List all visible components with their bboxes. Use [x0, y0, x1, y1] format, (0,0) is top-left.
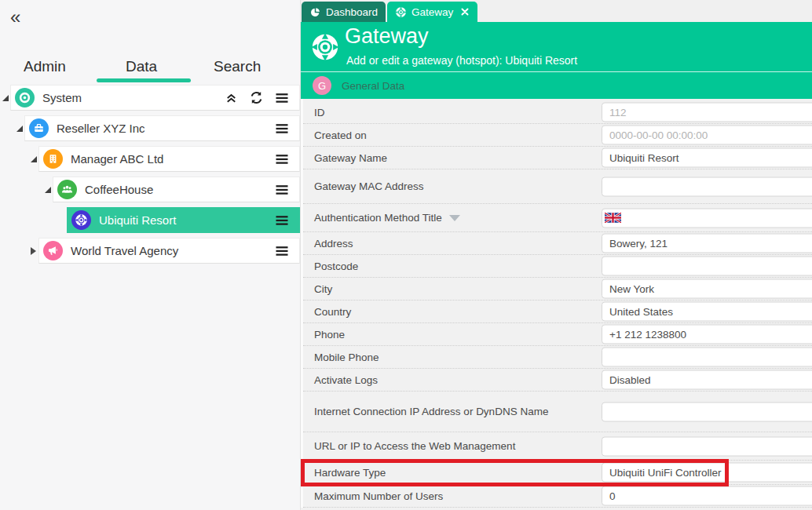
field-label: Maximum Number of Users	[314, 490, 443, 502]
form-row-gateway-name: Gateway Name	[303, 147, 812, 169]
row-menu-icon[interactable]	[274, 213, 290, 228]
page-title: Gateway	[345, 24, 429, 49]
expand-icon[interactable]	[28, 247, 38, 255]
address-input[interactable]	[602, 234, 812, 253]
created-on-input[interactable]	[602, 126, 812, 145]
tab-gateway-label: Gateway	[411, 6, 453, 18]
gateway-mac-address-input[interactable]	[602, 177, 812, 196]
field-label: Country	[314, 306, 351, 318]
field-label: Address	[314, 238, 353, 250]
tab-dashboard[interactable]: Dashboard	[302, 2, 386, 22]
life-ring-icon	[71, 210, 91, 230]
section-avatar: G	[313, 76, 331, 95]
tab-search[interactable]: Search	[214, 58, 261, 75]
building-icon	[43, 149, 63, 169]
authentication-method-title-input[interactable]	[602, 208, 812, 228]
page-header: Gateway Add or edit a gateway (hotspot):…	[301, 22, 812, 72]
tree-node-ubiquiti-resort[interactable]: Ubiquiti Resort	[67, 207, 300, 233]
close-icon[interactable]	[460, 7, 470, 16]
field-label: Activate Logs	[314, 374, 378, 386]
form-row-postcode: Postcode	[303, 255, 812, 278]
pie-chart-icon	[309, 6, 321, 18]
tree-item-label: World Travel Agency	[71, 244, 178, 257]
row-menu-icon[interactable]	[274, 121, 290, 137]
megaphone-icon	[43, 241, 63, 260]
document-tabstrip: Dashboard Gateway	[301, 0, 812, 22]
tab-data[interactable]: Data	[126, 58, 157, 75]
tree-node-manager-abc-ltd[interactable]: Manager ABC Ltd	[38, 146, 300, 172]
maximum-number-of-users-input[interactable]	[602, 486, 812, 506]
tree-item-label: System	[42, 91, 82, 104]
gateway-name-input[interactable]	[602, 148, 812, 168]
page-subtitle: Add or edit a gateway (hotspot): Ubiquit…	[346, 54, 577, 67]
postcode-input[interactable]	[602, 257, 812, 276]
tree-item-label: CoffeeHouse	[85, 183, 153, 196]
chevron-down-icon[interactable]	[449, 215, 460, 221]
form-row-address: Address	[303, 232, 812, 255]
form-row-maximum-number-of-users: Maximum Number of Users	[303, 485, 812, 508]
uk-flag-icon	[605, 213, 621, 223]
row-menu-icon[interactable]	[274, 151, 290, 167]
sidebar: « Admin Data Search SystemReseller XYZ I…	[0, 0, 300, 510]
collapse-icon[interactable]	[28, 156, 38, 162]
refresh-icon[interactable]	[249, 90, 264, 105]
form-row-created-on: Created on	[303, 124, 812, 147]
form-row-mobile-phone: Mobile Phone	[303, 346, 812, 369]
phone-input[interactable]	[602, 325, 812, 344]
form-row-id: ID	[303, 101, 812, 124]
gateway-form: IDCreated onGateway NameGateway MAC Addr…	[301, 99, 812, 508]
country-input[interactable]	[602, 302, 812, 322]
form-row-authentication-method-title: Authentication Method Title	[303, 204, 812, 232]
url-or-ip-to-access-the-web-management-input[interactable]	[602, 436, 812, 456]
form-row-url-or-ip-to-access-the-web-management: URL or IP to Access the Web Management	[303, 432, 812, 461]
main-panel: Dashboard Gateway Gateway Add or edit a …	[300, 0, 812, 510]
tab-gateway[interactable]: Gateway	[387, 2, 477, 22]
field-label: Hardware Type	[314, 467, 386, 479]
section-general-data: G General Data	[301, 72, 812, 99]
tree-node-system[interactable]: System	[10, 85, 300, 111]
tree-item[interactable]: Ubiquiti Resort	[57, 207, 300, 233]
collapse-icon[interactable]	[0, 95, 10, 101]
field-label: Gateway MAC Address	[314, 180, 424, 192]
tree-item[interactable]: CoffeeHouse	[42, 177, 300, 202]
mobile-phone-input[interactable]	[602, 348, 812, 367]
activate-logs-input[interactable]	[602, 370, 812, 390]
tree-node-coffeehouse[interactable]: CoffeeHouse	[53, 177, 300, 202]
row-menu-icon[interactable]	[274, 90, 290, 106]
field-label: Authentication Method Title	[314, 212, 460, 224]
sidebar-collapse-icon[interactable]: «	[10, 8, 20, 27]
tree-node-reseller-xyz-inc[interactable]: Reseller XYZ Inc	[24, 115, 300, 141]
org-tree: SystemReseller XYZ IncManager ABC LtdCof…	[0, 85, 300, 268]
tab-admin[interactable]: Admin	[24, 58, 66, 75]
form-row-hardware-type: Hardware Type	[303, 461, 812, 485]
briefcase-icon	[29, 118, 49, 138]
internet-connection-ip-address-or-dyndns-name-input[interactable]	[602, 402, 812, 421]
row-menu-icon[interactable]	[274, 243, 290, 259]
form-row-country: Country	[303, 301, 812, 323]
bullseye-icon	[15, 88, 35, 107]
hardware-type-input[interactable]	[602, 463, 812, 483]
field-label: Internet Connection IP Address or DynDNS…	[314, 406, 548, 417]
tree-item-label: Manager ABC Ltd	[71, 152, 163, 166]
tree-node-world-travel-agency[interactable]: World Travel Agency	[38, 238, 300, 264]
tree-item[interactable]: World Travel Agency	[28, 238, 300, 264]
tree-item[interactable]: Manager ABC Ltd	[28, 146, 300, 172]
id-input[interactable]	[602, 103, 812, 122]
collapse-icon[interactable]	[14, 126, 24, 132]
field-label: Mobile Phone	[314, 352, 379, 363]
field-label: Created on	[314, 129, 367, 141]
collapse-icon[interactable]	[42, 187, 53, 193]
tree-item-label: Reseller XYZ Inc	[57, 122, 145, 135]
form-row-phone: Phone	[303, 323, 812, 346]
form-row-gateway-mac-address: Gateway MAC Address	[303, 169, 812, 204]
field-label: Postcode	[314, 260, 358, 272]
collapse-all-icon[interactable]	[224, 90, 239, 105]
field-label: Gateway Name	[314, 152, 387, 164]
field-label: City	[314, 283, 332, 295]
row-menu-icon[interactable]	[274, 182, 290, 198]
tree-item-label: Ubiquiti Resort	[99, 213, 176, 227]
city-input[interactable]	[602, 279, 812, 299]
tree-item[interactable]: System	[0, 85, 300, 111]
form-row-internet-connection-ip-address-or-dyndns-name: Internet Connection IP Address or DynDNS…	[303, 392, 812, 432]
tree-item[interactable]: Reseller XYZ Inc	[14, 115, 300, 141]
